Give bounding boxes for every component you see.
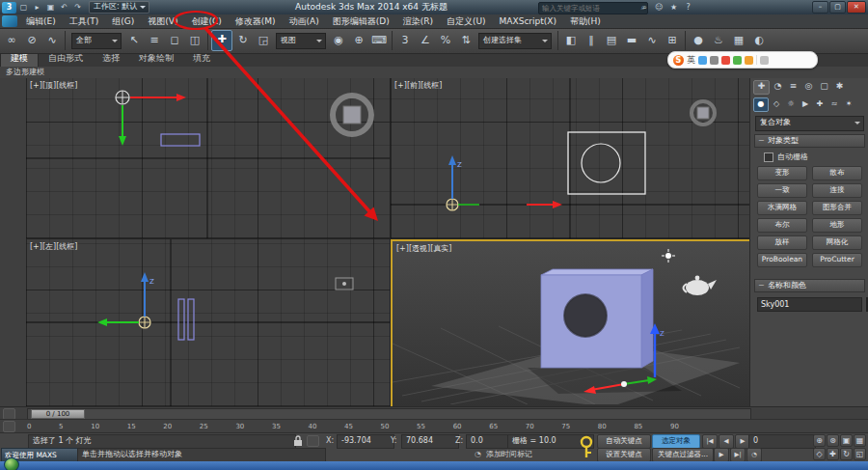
close-button[interactable]: ✕ — [847, 1, 866, 14]
maximize-viewport-toggle-icon[interactable]: ◱ — [854, 448, 866, 460]
current-frame-field[interactable]: 0 — [748, 434, 816, 449]
select-by-name-icon[interactable]: ≡ — [145, 31, 164, 50]
schematic-view-icon[interactable]: ⊞ — [663, 31, 682, 50]
curve-editor-icon[interactable]: ∿ — [642, 31, 662, 50]
menu-item[interactable]: 视图(V) — [141, 14, 184, 28]
search-input[interactable] — [539, 4, 634, 13]
maximize-button[interactable]: ▢ — [829, 1, 846, 14]
ribbon-tab-populate[interactable]: 填充 — [183, 52, 220, 67]
workspace-dropdown[interactable]: 工作区: 默认 — [89, 1, 149, 14]
layer-manager-icon[interactable]: ▤ — [602, 31, 621, 50]
object-type-button[interactable]: 散布 — [812, 166, 862, 180]
selection-lock-icon[interactable] — [293, 435, 303, 447]
view-compass[interactable] — [692, 101, 715, 124]
hierarchy-tab-icon[interactable]: ≡ — [786, 80, 800, 93]
object-type-button[interactable]: 图形合并 — [812, 201, 862, 215]
render-setup-icon[interactable]: ♨ — [709, 31, 728, 50]
viewport-perspective-label[interactable]: [+][透视][真实] — [396, 243, 451, 254]
align-icon[interactable]: ‖ — [582, 31, 601, 50]
menu-item[interactable]: MAXScript(X) — [493, 14, 563, 28]
viewport-top-canvas[interactable] — [26, 78, 390, 238]
ribbon-tab-selection[interactable]: 选择 — [93, 52, 129, 67]
create-tab-icon[interactable]: ✚ — [753, 80, 770, 95]
minimize-button[interactable]: – — [812, 1, 828, 14]
angle-snap-icon[interactable]: ∠ — [416, 31, 435, 50]
object-type-button[interactable]: 放样 — [757, 235, 807, 250]
track-bar-filter-icon[interactable] — [3, 421, 15, 432]
viewport-perspective-active[interactable]: [+][透视][真实] — [391, 239, 753, 410]
infocenter-search-box[interactable]: ⌕ — [538, 2, 648, 14]
viewport-top[interactable]: [+][顶][线框] — [26, 78, 391, 239]
orbit-icon[interactable]: ↻ — [840, 448, 853, 460]
application-menu-icon[interactable] — [2, 15, 17, 27]
coord-x-field[interactable]: -93.704 — [337, 434, 394, 449]
go-to-end-button[interactable]: ▶| — [730, 448, 746, 462]
next-frame-button[interactable]: ▶ — [714, 448, 729, 462]
use-pivot-point-center-icon[interactable]: ◉ — [329, 31, 348, 50]
help-icon[interactable]: ? — [682, 2, 694, 13]
zoom-extents-all-icon[interactable]: ▦ — [854, 434, 866, 447]
selected-filter-dropdown[interactable]: 选定对象 — [652, 434, 700, 449]
box-with-hole-wireframe[interactable] — [568, 132, 645, 194]
zoom-all-icon[interactable]: ⊛ — [827, 434, 839, 447]
menu-item[interactable]: 工具(T) — [63, 14, 106, 28]
save-file-icon[interactable]: ▣ — [44, 2, 57, 13]
modify-tab-icon[interactable]: ◔ — [771, 80, 785, 93]
undo-icon[interactable]: ↶ — [58, 2, 70, 13]
menu-item[interactable]: 动画(A) — [283, 14, 326, 28]
selection-filter-dropdown[interactable]: 全部 — [71, 33, 122, 49]
viewport-front[interactable]: [+][前][线框] Z — [391, 78, 749, 239]
object-type-button[interactable]: 网格化 — [812, 235, 862, 250]
object-type-button[interactable]: 变形 — [757, 166, 807, 180]
utilities-tab-icon[interactable]: ✱ — [832, 80, 847, 93]
object-type-button[interactable]: ProCutter — [812, 253, 862, 267]
render-production-icon[interactable]: ◐ — [749, 31, 769, 50]
sign-in-icon[interactable]: ☺ — [653, 2, 665, 13]
lights-category-icon[interactable]: ☼ — [784, 97, 798, 110]
input-method-tool-icon-1[interactable] — [698, 56, 707, 65]
go-to-start-button[interactable]: |◀ — [702, 434, 718, 449]
viewport-left-canvas[interactable]: Z — [26, 239, 390, 406]
menu-item[interactable]: 组(G) — [105, 14, 141, 28]
zoom-extents-icon[interactable]: ▣ — [840, 434, 853, 447]
menu-item[interactable]: 渲染(R) — [396, 14, 440, 28]
display-tab-icon[interactable]: ▢ — [817, 80, 831, 93]
viewport-left[interactable]: [+][左][线框] Z — [26, 239, 391, 406]
rendered-frame-window-icon[interactable]: ▦ — [729, 31, 748, 50]
ribbon-tab-freeform[interactable]: 自由形式 — [39, 52, 93, 67]
input-method-skin-icon[interactable] — [745, 56, 753, 65]
name-color-rollout-header[interactable]: 名称和颜色 — [754, 279, 865, 292]
object-type-button[interactable]: 布尔 — [757, 218, 807, 233]
key-filters-button[interactable]: 关键点过滤器... — [652, 448, 714, 462]
space-warps-category-icon[interactable]: ≈ — [827, 97, 841, 110]
object-type-button[interactable]: 地形 — [812, 218, 862, 233]
menu-item[interactable]: 编辑(E) — [19, 14, 63, 28]
systems-category-icon[interactable]: ✶ — [842, 97, 855, 110]
percent-snap-icon[interactable]: % — [436, 31, 455, 50]
box-with-hole-object[interactable] — [541, 269, 653, 368]
input-method-mic-icon[interactable] — [721, 56, 730, 65]
light-object-gizmo[interactable]: Z — [447, 155, 562, 210]
sogou-logo-icon[interactable]: S — [673, 55, 684, 66]
set-key-button[interactable]: 设置关键点 — [597, 448, 651, 462]
absolute-mode-transform-icon[interactable] — [307, 435, 319, 447]
menu-item[interactable]: 图形编辑器(D) — [326, 14, 396, 28]
helper-object[interactable] — [336, 278, 353, 290]
snap-toggle-3d-icon[interactable]: 3 — [395, 31, 415, 50]
time-configuration-button[interactable]: ◔ — [746, 448, 762, 462]
field-of-view-icon[interactable]: ◇ — [813, 448, 826, 460]
autogrid-checkbox[interactable] — [764, 152, 773, 162]
object-type-button[interactable]: ProBoolean — [757, 253, 807, 267]
graphite-ribbon-toggle-icon[interactable]: ▬ — [622, 31, 641, 50]
reference-coordinate-dropdown[interactable]: 视图 — [276, 33, 326, 49]
select-and-manipulate-icon[interactable]: ⊕ — [349, 31, 368, 50]
geometry-category-icon[interactable]: ● — [753, 97, 769, 112]
shape-object[interactable] — [161, 134, 200, 146]
previous-frame-button[interactable]: ◀ — [719, 434, 734, 449]
bind-to-space-warp-icon[interactable]: ∿ — [42, 31, 62, 50]
sky-light-icon[interactable] — [662, 249, 675, 263]
input-method-toolbox-icon[interactable] — [760, 56, 769, 65]
coord-z-field[interactable]: 0.0 — [466, 434, 510, 449]
redo-icon[interactable]: ↷ — [71, 2, 84, 13]
teapot-object[interactable] — [684, 276, 718, 295]
